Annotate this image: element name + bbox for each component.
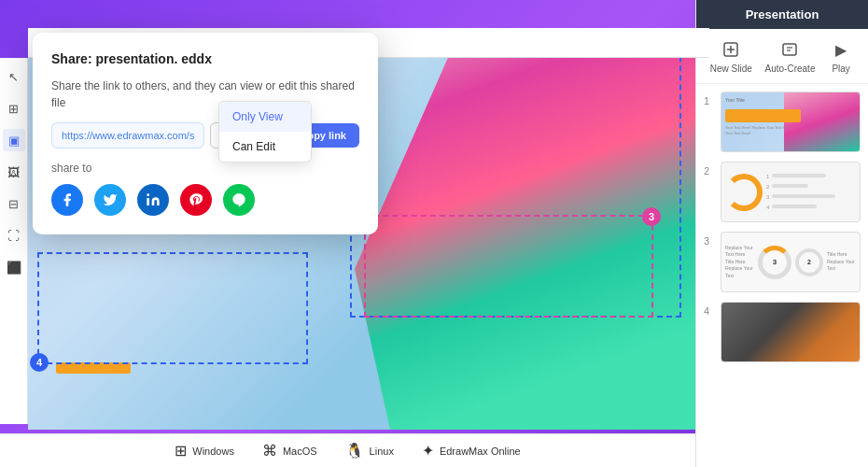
permission-only-view[interactable]: Only View xyxy=(219,102,311,132)
share-dialog: Share: presentation. eddx Share the link… xyxy=(33,33,378,234)
action-play[interactable]: ▶ Play xyxy=(828,38,854,74)
online-icon: ✦ xyxy=(422,442,434,460)
platform-bar: ⊞ Windows ⌘ MacOS 🐧 Linux ✦ EdrawMax Onl… xyxy=(0,433,695,467)
permission-can-edit[interactable]: Can Edit xyxy=(219,132,311,162)
slide-list: 1 Your Title Your Text Here! Replace You… xyxy=(696,84,868,467)
link-input[interactable] xyxy=(51,122,204,149)
selection-box-4[interactable]: 4 xyxy=(37,252,308,364)
panel-actions: New Slide Auto-Create ▶ Play xyxy=(696,29,868,84)
slide-thumb-2[interactable]: 2 1 2 3 4 xyxy=(704,162,861,222)
panel-title: Presentation xyxy=(696,0,868,29)
slide-num-3: 3 xyxy=(704,235,713,247)
tool-present[interactable]: ⬛ xyxy=(3,256,25,278)
new-slide-label: New Slide xyxy=(710,64,752,74)
slide-num-1: 1 xyxy=(704,95,713,106)
platform-windows[interactable]: ⊞ Windows xyxy=(175,442,234,460)
macos-icon: ⌘ xyxy=(262,442,277,460)
slide-thumb-preview-4 xyxy=(721,302,861,362)
play-icon: ▶ xyxy=(828,38,854,61)
right-panel: Presentation New Slide Auto-Create xyxy=(695,0,868,467)
svg-point-7 xyxy=(147,193,149,196)
action-auto-create[interactable]: Auto-Create xyxy=(765,38,816,74)
share-to-label: share to xyxy=(51,162,359,175)
tool-slide[interactable]: ⊞ xyxy=(3,97,25,120)
platform-macos[interactable]: ⌘ MacOS xyxy=(262,442,317,460)
selection-num-4: 4 xyxy=(30,353,49,372)
linux-icon: 🐧 xyxy=(345,442,364,460)
slide-thumb-preview-2: 1 2 3 4 xyxy=(721,162,861,222)
slide-thumb-3[interactable]: 3 Replace Your Text HereTitle HereReplac… xyxy=(704,232,861,292)
slide-thumb-preview-3: Replace Your Text HereTitle HereReplace … xyxy=(721,232,861,292)
tool-cursor[interactable]: ↖ xyxy=(3,65,25,88)
action-new-slide[interactable]: New Slide xyxy=(710,38,752,74)
slide-thumb-preview-1: Your Title Your Text Here! Replace Your … xyxy=(721,92,861,152)
new-slide-icon xyxy=(718,38,744,61)
left-sidebar: ↖ ⊞ ▣ 🖼 ⊟ ⛶ ⬛ xyxy=(0,58,28,424)
social-twitter[interactable] xyxy=(94,184,126,216)
play-label: Play xyxy=(832,64,849,74)
tool-image[interactable]: 🖼 xyxy=(3,161,25,183)
slide-num-4: 4 xyxy=(704,305,713,317)
social-icons-row xyxy=(51,184,359,216)
windows-icon: ⊞ xyxy=(175,442,187,460)
platform-windows-label: Windows xyxy=(192,446,234,457)
platform-linux-label: Linux xyxy=(370,446,394,457)
social-linkedin[interactable] xyxy=(137,184,169,216)
link-row: Only View ▾ Copy link xyxy=(51,122,359,149)
dialog-desc: Share the link to others, and they can v… xyxy=(51,78,359,111)
tool-expand[interactable]: ⛶ xyxy=(3,224,25,247)
social-pinterest[interactable] xyxy=(180,184,212,216)
dialog-title: Share: presentation. eddx xyxy=(51,51,359,66)
social-line[interactable] xyxy=(223,184,255,216)
slide-num-2: 2 xyxy=(704,165,713,177)
tool-grid[interactable]: ⊟ xyxy=(3,192,25,215)
slide-thumb-4[interactable]: 4 xyxy=(704,302,861,362)
auto-create-icon xyxy=(777,38,803,61)
platform-linux[interactable]: 🐧 Linux xyxy=(345,442,394,460)
svg-rect-3 xyxy=(783,44,796,55)
platform-online[interactable]: ✦ EdrawMax Online xyxy=(422,442,521,460)
selection-num-3: 3 xyxy=(642,207,661,226)
svg-rect-6 xyxy=(147,198,149,205)
selection-box-3[interactable]: 3 xyxy=(364,215,653,318)
tool-select[interactable]: ▣ xyxy=(3,129,25,151)
platform-macos-label: MacOS xyxy=(283,446,317,457)
social-facebook[interactable] xyxy=(51,184,83,216)
platform-online-label: EdrawMax Online xyxy=(440,446,521,457)
auto-create-label: Auto-Create xyxy=(765,64,816,74)
permission-dropdown: Only View Can Edit xyxy=(218,101,312,163)
slide-thumb-1[interactable]: 1 Your Title Your Text Here! Replace You… xyxy=(704,92,861,152)
